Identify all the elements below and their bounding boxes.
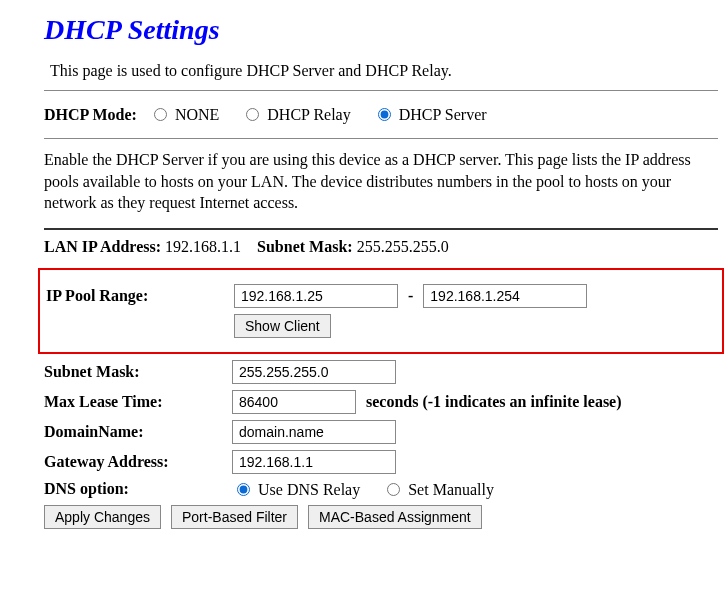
section-divider [44,228,718,230]
dhcp-mode-server[interactable]: DHCP Server [373,106,487,123]
lan-ip-value: 192.168.1.1 [165,238,241,255]
domain-name-row: DomainName: [44,420,718,444]
gateway-row: Gateway Address: [44,450,718,474]
dhcp-mode-none-radio[interactable] [154,108,167,121]
ip-pool-row: IP Pool Range: - [46,284,716,308]
intro-text: This page is used to configure DHCP Serv… [44,62,718,80]
dns-relay-label: Use DNS Relay [258,481,360,498]
dhcp-mode-label: DHCP Mode: [44,106,137,123]
button-row: Apply Changes Port-Based Filter MAC-Base… [44,505,718,529]
max-lease-input[interactable] [232,390,356,414]
lan-info: LAN IP Address: 192.168.1.1 Subnet Mask:… [44,238,718,256]
subnet-mask-label: Subnet Mask: [44,363,232,381]
dash-icon: - [402,287,419,305]
lan-ip-label: LAN IP Address: [44,238,161,255]
max-lease-label: Max Lease Time: [44,393,232,411]
divider [44,90,718,91]
dns-option-row: DNS option: Use DNS Relay Set Manually [44,480,718,499]
subnet-mask-input[interactable] [232,360,396,384]
dhcp-mode-none[interactable]: NONE [149,106,223,123]
domain-name-input[interactable] [232,420,396,444]
ip-pool-end-input[interactable] [423,284,587,308]
ip-pool-highlight: IP Pool Range: - Show Client [38,268,724,354]
dhcp-mode-none-label: NONE [175,106,219,123]
dns-option-label: DNS option: [44,480,232,498]
dhcp-mode-relay-radio[interactable] [246,108,259,121]
divider [44,138,718,139]
show-client-button[interactable]: Show Client [234,314,331,338]
dhcp-mode-row: DHCP Mode: NONE DHCP Relay DHCP Server [44,105,718,124]
dns-manual-radio[interactable] [387,483,400,496]
gateway-label: Gateway Address: [44,453,232,471]
mac-based-assignment-button[interactable]: MAC-Based Assignment [308,505,482,529]
dns-relay-option[interactable]: Use DNS Relay [232,480,360,499]
dns-manual-option[interactable]: Set Manually [382,480,494,499]
max-lease-suffix: seconds (-1 indicates an infinite lease) [366,393,622,411]
port-based-filter-button[interactable]: Port-Based Filter [171,505,298,529]
dhcp-mode-relay[interactable]: DHCP Relay [241,106,354,123]
lan-mask-label: Subnet Mask: [257,238,353,255]
dhcp-mode-relay-label: DHCP Relay [267,106,350,123]
dhcp-mode-server-radio[interactable] [378,108,391,121]
show-client-row: Show Client [46,314,716,338]
dhcp-mode-server-label: DHCP Server [399,106,487,123]
description-text: Enable the DHCP Server if you are using … [44,149,718,214]
gateway-input[interactable] [232,450,396,474]
subnet-mask-row: Subnet Mask: [44,360,718,384]
ip-pool-start-input[interactable] [234,284,398,308]
domain-name-label: DomainName: [44,423,232,441]
page-title: DHCP Settings [44,14,718,46]
ip-pool-label: IP Pool Range: [46,287,234,305]
dns-relay-radio[interactable] [237,483,250,496]
max-lease-row: Max Lease Time: seconds (-1 indicates an… [44,390,718,414]
apply-changes-button[interactable]: Apply Changes [44,505,161,529]
dns-manual-label: Set Manually [408,481,494,498]
lan-mask-value: 255.255.255.0 [357,238,449,255]
